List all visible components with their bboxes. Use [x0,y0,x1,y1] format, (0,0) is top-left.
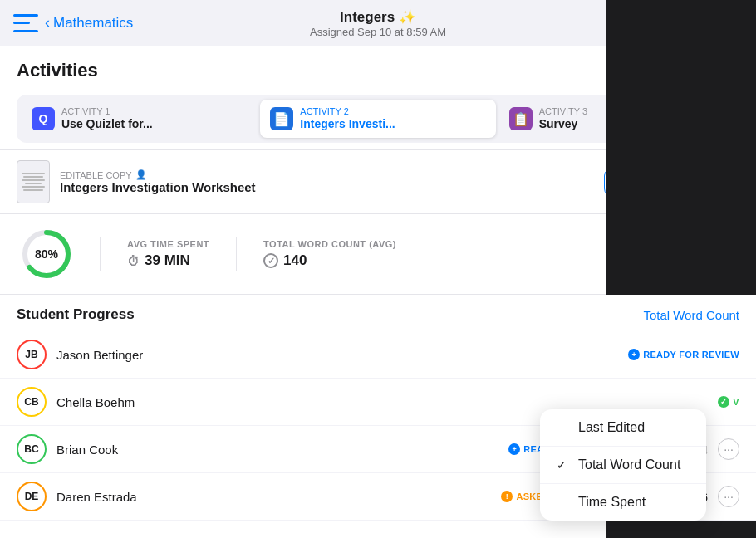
status-badge: ✓ V [718,396,739,408]
survey-icon: 📋 [509,107,533,130]
progress-circle: 80% [20,227,73,281]
sort-dropdown: Last Edited ✓ Total Word Count Time Spen… [540,409,706,521]
worksheet-left: EDITABLE COPY 👤 Integers Investigation W… [17,160,256,203]
tab-activity-2[interactable]: 📄 ACTIVITY 2 Integers Investi... [260,100,495,138]
word-count-stat: TOTAL WORD COUNT (AVG) ✓ 140 [263,239,396,269]
page-subtitle: Assigned Sep 10 at 8:59 AM [310,26,446,38]
total-word-count-label: Total Word Count [578,457,680,472]
avg-time-label: AVG TIME SPENT [127,239,209,249]
nav-center: Integers ✨ Assigned Sep 10 at 8:59 AM [310,8,446,38]
student-header: Student Progress Total Word Count [0,295,756,331]
stat-divider-2 [236,237,237,271]
back-label: Mathematics [53,15,133,32]
tab2-info: ACTIVITY 2 Integers Investi... [300,106,395,131]
student-progress-title: Student Progress [17,306,135,323]
student-name: Jason Bettinger [56,348,618,362]
status-dot: + [508,443,520,455]
quizlet-icon: Q [32,107,55,130]
student-name: Daren Estrada [56,490,491,504]
avatar: CB [17,387,47,417]
last-edited-label: Last Edited [578,420,645,435]
tab1-info: ACTIVITY 1 Use Quizlet for... [61,106,153,131]
status-dot: ! [501,491,513,502]
clock-icon: ⏱ [127,254,140,268]
tab1-label: ACTIVITY 1 [61,106,153,116]
student-name: Brian Cook [56,443,498,457]
word-count-value: ✓ 140 [263,252,396,269]
tab3-info: ACTIVITY 3 Survey [539,106,587,131]
status-badge: + READY FOR REVIEW [628,349,739,360]
avg-time-value: ⏱ 39 MIN [127,252,209,269]
sort-button[interactable]: Total Word Count [643,308,739,322]
sidebar-toggle[interactable] [13,14,38,32]
avg-time-stat: AVG TIME SPENT ⏱ 39 MIN [127,239,209,269]
word-count-label: TOTAL WORD COUNT (AVG) [263,239,396,249]
student-name: Chella Boehm [56,395,708,409]
more-button[interactable]: ··· [718,486,739,507]
worksheet-info: EDITABLE COPY 👤 Integers Investigation W… [60,169,256,194]
worksheet-thumbnail [17,160,50,203]
nav-left: ‹ Mathematics [13,14,146,32]
tab3-label: ACTIVITY 3 [539,106,587,116]
back-button[interactable]: ‹ Mathematics [45,14,133,32]
checkmark-icon: ✓ [263,253,278,268]
stat-divider-1 [100,237,101,271]
more-button[interactable]: ··· [718,438,739,460]
status-dot: + [628,349,640,360]
dropdown-item-total-word-count[interactable]: ✓ Total Word Count [540,447,706,484]
student-row: JB Jason Bettinger + READY FOR REVIEW [0,331,756,379]
tab3-name: Survey [539,117,578,130]
student-section: Student Progress Total Word Count JB Jas… [0,295,756,521]
status-dot: ✓ [718,396,729,408]
person-icon: 👤 [135,169,147,180]
dropdown-item-last-edited[interactable]: Last Edited [540,409,706,447]
avatar: DE [17,482,47,511]
progress-label: 80% [35,247,58,261]
tab1-name: Use Quizlet for... [61,117,153,130]
page-title: Integers ✨ [340,8,416,26]
worksheet-name: Integers Investigation Worksheet [60,180,256,194]
checked-icon: ✓ [557,458,570,472]
tab2-label: ACTIVITY 2 [300,106,395,116]
avatar: BC [17,434,47,464]
dropdown-item-time-spent[interactable]: Time Spent [540,484,706,521]
tab-activity-1[interactable]: Q ACTIVITY 1 Use Quizlet for... [22,100,257,138]
chevron-left-icon: ‹ [45,14,50,32]
doc-icon: 📄 [270,107,293,130]
editable-copy-label: EDITABLE COPY 👤 [60,169,256,180]
time-spent-label: Time Spent [578,495,646,510]
activities-title: Activities [17,60,98,81]
tab2-name: Integers Investi... [300,117,395,130]
avatar: JB [17,340,47,369]
